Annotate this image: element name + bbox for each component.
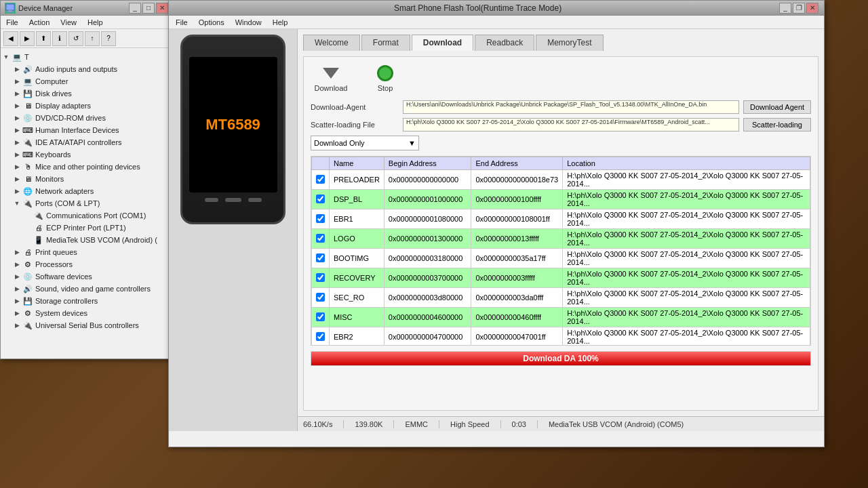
ports-expand: ▼ (12, 198, 22, 209)
row-checkbox[interactable] (316, 253, 325, 262)
toolbar-refresh[interactable]: ↺ (68, 31, 83, 46)
tree-print-queues[interactable]: ▶ 🖨 Print queues (12, 246, 172, 258)
row-name: BOOTIMG (330, 249, 384, 268)
tree-storage[interactable]: ▶ 💾 Storage controllers (12, 295, 172, 307)
toolbar-troubleshoot[interactable]: ? (101, 31, 116, 46)
tab-readback[interactable]: Readback (475, 35, 534, 51)
row-end: 0x000000000100ffff (471, 190, 563, 209)
row-end: 0x000000000108001ff (471, 209, 563, 229)
display-label: Display adapters (35, 102, 91, 110)
proc-expand: ▶ (12, 259, 22, 270)
row-name: RECOVERY (330, 268, 384, 288)
row-checkbox[interactable] (316, 273, 325, 282)
disk-expand: ▶ (12, 88, 22, 99)
scatter-loading-path: H:\ph\Xolo Q3000 KK S007 27-05-2014_2\Xo… (403, 118, 739, 131)
flash-restore[interactable]: ❐ (793, 3, 805, 14)
phone-btn-back (205, 198, 218, 202)
storage-label: Storage controllers (35, 297, 98, 305)
table-row[interactable]: PRELOADER0x0000000000000000x000000000000… (312, 170, 810, 190)
tree-mice[interactable]: ▶ 🖱 Mice and other pointing devices (12, 161, 172, 173)
tree-hid[interactable]: ▶ ⌨ Human Interface Devices (12, 124, 172, 136)
tab-format[interactable]: Format (361, 35, 410, 51)
scatter-loading-browse-btn[interactable]: Scatter-loading (743, 118, 811, 131)
devmgr-close[interactable]: ✕ (156, 3, 168, 14)
keyboard-expand: ▶ (12, 149, 22, 160)
download-action[interactable]: Download (311, 64, 351, 92)
toolbar-forward[interactable]: ▶ (20, 31, 35, 46)
row-checkbox[interactable] (316, 214, 325, 223)
tree-processors[interactable]: ▶ ⚙ Processors (12, 258, 172, 270)
tree-dvd[interactable]: ▶ 💿 DVD/CD-ROM drives (12, 112, 172, 124)
flash-menu-options[interactable]: Options (196, 18, 227, 26)
toolbar-properties[interactable]: ℹ (52, 31, 67, 46)
tree-software-devices[interactable]: ▶ 💿 Software devices (12, 270, 172, 283)
toolbar-up[interactable]: ⬆ (36, 31, 51, 46)
status-speed: 66.10K/s (303, 420, 344, 428)
tree-computer[interactable]: ▶ 💻 Computer (12, 75, 172, 87)
row-begin: 0x0000000003d80000 (384, 288, 471, 308)
stop-action[interactable]: Stop (365, 64, 406, 92)
table-row[interactable]: DSP_BL0x00000000010000000x000000000100ff… (312, 190, 810, 209)
tree-root[interactable]: ▼ 💻 T (1, 51, 172, 63)
flash-menu-help[interactable]: Help (270, 18, 291, 26)
svg-rect-1 (8, 10, 12, 12)
download-agent-browse-btn[interactable]: Download Agent (743, 100, 811, 114)
row-checkbox[interactable] (316, 234, 325, 243)
devmgr-minimize[interactable]: _ (129, 3, 141, 14)
table-row[interactable]: LOGO0x00000000013000000x00000000013fffff… (312, 229, 810, 249)
devmgr-menu-help[interactable]: Help (85, 18, 106, 26)
tree-network[interactable]: ▶ 🌐 Network adapters (12, 185, 172, 197)
row-end: 0x0000000003​fffff (471, 268, 563, 288)
download-mode-dropdown[interactable]: Download Only ▼ (311, 136, 419, 150)
phone-btn-home (225, 198, 241, 202)
flash-close[interactable]: ✕ (806, 3, 818, 14)
devmgr-menu-view[interactable]: View (58, 18, 79, 26)
row-location: H:\ph\Xolo Q3000 KK S007 27-05-2014_2\Xo… (563, 288, 810, 308)
toolbar-back[interactable]: ◀ (3, 31, 18, 46)
tree-display[interactable]: ▶ 🖥 Display adapters (12, 100, 172, 112)
toolbar-update[interactable]: ↑ (85, 31, 100, 46)
keyboard-icon: ⌨ (22, 149, 33, 160)
col-name: Name (330, 157, 384, 170)
tree-lpt1[interactable]: 🖨 ECP Printer Port (LPT1) (22, 222, 172, 234)
row-checkbox[interactable] (316, 332, 325, 341)
row-checkbox[interactable] (316, 195, 325, 203)
com1-expand (22, 210, 33, 221)
tree-keyboard[interactable]: ▶ ⌨ Keyboards (12, 148, 172, 161)
table-row[interactable]: SEC_RO0x0000000003d800000x0000000003da0f… (312, 288, 810, 308)
row-checkbox[interactable] (316, 293, 325, 302)
tree-system[interactable]: ▶ ⚙ System devices (12, 307, 172, 319)
tab-download[interactable]: Download (412, 35, 473, 51)
table-row[interactable]: EBR10x00000000010800000x000000000108001f… (312, 209, 810, 229)
flash-minimize[interactable]: _ (779, 3, 791, 14)
tree-disk[interactable]: ▶ 💾 Disk drives (12, 87, 172, 100)
tab-memorytest[interactable]: MemoryTest (536, 35, 603, 51)
tree-monitors[interactable]: ▶ 🖥 Monitors (12, 173, 172, 185)
table-row[interactable]: BOOTIMG0x00000000031800000x0000000003​5a… (312, 249, 810, 268)
tab-welcome[interactable]: Welcome (303, 35, 360, 51)
devmgr-menu-action[interactable]: Action (26, 18, 53, 26)
row-checkbox[interactable] (316, 175, 325, 184)
table-row[interactable]: EBR20x00000000047000000x0000000004​7001f… (312, 327, 810, 346)
devmgr-maximize[interactable]: □ (142, 3, 155, 14)
row-checkbox[interactable] (316, 312, 325, 321)
hid-icon: ⌨ (22, 125, 33, 136)
tree-ports[interactable]: ▼ 🔌 Ports (COM & LPT) (12, 197, 172, 209)
tree-com1[interactable]: 🔌 Communications Port (COM1) (22, 209, 172, 222)
tree-sound[interactable]: ▶ 🔊 Sound, video and game controllers (12, 283, 172, 295)
dropdown-value: Download Only (314, 139, 365, 147)
flash-menu-window[interactable]: Window (233, 18, 264, 26)
keyboard-label: Keyboards (35, 150, 71, 159)
tree-ide[interactable]: ▶ 🔌 IDE ATA/ATAPI controllers (12, 136, 172, 148)
table-row[interactable]: MISC0x00000000046000000x000000000460ffff… (312, 308, 810, 327)
tree-mtk-vcom[interactable]: 📱 MediaTek USB VCOM (Android) ( (22, 234, 172, 246)
tree-audio[interactable]: ▶ 🔊 Audio inputs and outputs (12, 63, 172, 75)
lpt1-label: ECP Printer Port (LPT1) (46, 224, 126, 232)
storage-icon: 💾 (22, 296, 33, 306)
devmgr-menu-file[interactable]: File (3, 18, 21, 26)
status-mode: High Speed (450, 420, 501, 428)
table-row[interactable]: RECOVERY0x00000000037000000x0000000003​f… (312, 268, 810, 288)
mtk-expand (22, 235, 33, 245)
tree-usb[interactable]: ▶ 🔌 Universal Serial Bus controllers (12, 319, 172, 331)
flash-menu-file[interactable]: File (173, 18, 191, 26)
